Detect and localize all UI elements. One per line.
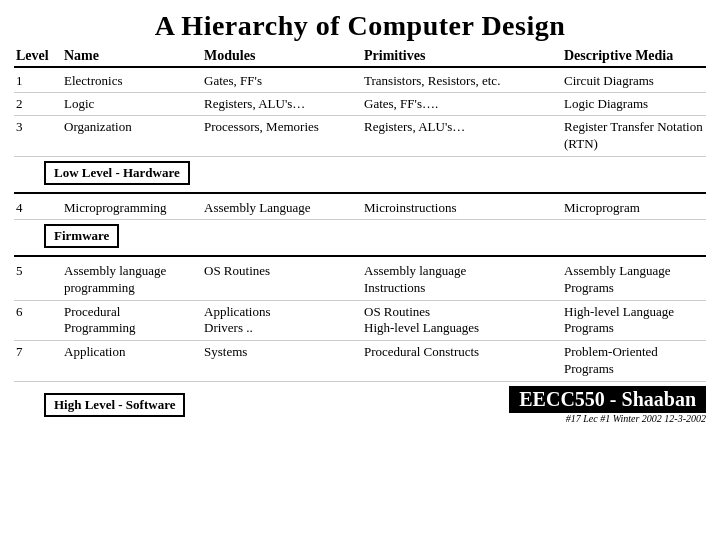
firmware-label: Firmware <box>44 224 119 248</box>
col-name: Name <box>62 48 202 64</box>
table-row: 7 Application Systems Procedural Constru… <box>14 341 706 382</box>
col-level: Level <box>14 48 62 64</box>
table-row: 1 Electronics Gates, FF's Transistors, R… <box>14 70 706 93</box>
footer: High Level - Software EECC550 - Shaaban … <box>14 386 706 424</box>
high-level-label: High Level - Software <box>44 393 185 417</box>
table-row: 2 Logic Registers, ALU's… Gates, FF's…. … <box>14 93 706 116</box>
footer-small: #17 Lec #1 Winter 2002 12-3-2002 <box>566 413 706 424</box>
table-row: 6 Procedural Programming Applications Dr… <box>14 301 706 342</box>
table-header: Level Name Modules Primitives Descriptiv… <box>14 48 706 68</box>
col-primitives: Primitives <box>362 48 562 64</box>
table-row: 4 Microprogramming Assembly Language Mic… <box>14 197 706 220</box>
page-title: A Hierarchy of Computer Design <box>14 10 706 42</box>
footer-badge: EECC550 - Shaaban <box>509 386 706 413</box>
table-row: 5 Assembly language programming OS Routi… <box>14 260 706 301</box>
col-descriptive-media: Descriptive Media <box>562 48 720 64</box>
col-modules: Modules <box>202 48 362 64</box>
table-row: 3 Organization Processors, Memories Regi… <box>14 116 706 157</box>
low-level-label: Low Level - Hardware <box>44 161 190 185</box>
